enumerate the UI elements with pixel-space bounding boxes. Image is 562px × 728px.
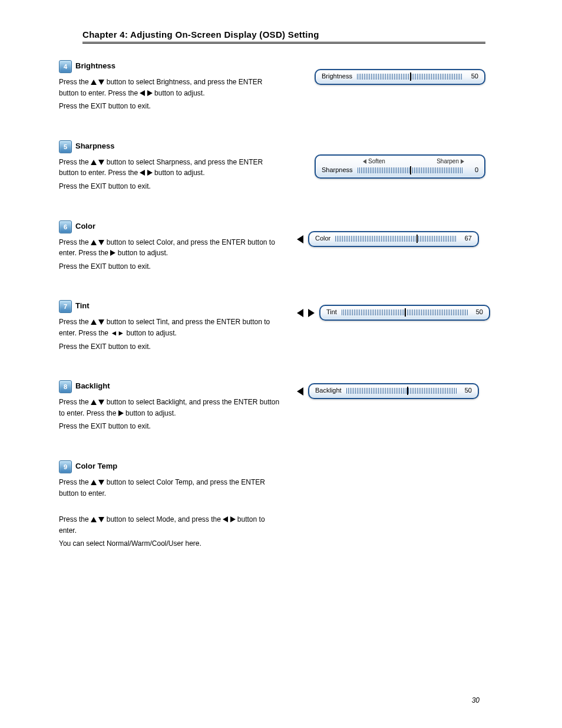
osd-box: Soften Sharpen Sharpness 0 xyxy=(315,154,485,179)
slider-label: Backlight xyxy=(315,387,342,394)
instruction-section: 6ColorPress the button to select Color, … xyxy=(59,220,283,272)
step-number-badge: 9 xyxy=(59,460,72,473)
slider-thumb[interactable] xyxy=(405,308,406,317)
section-body: Press the button to select Sharpness, an… xyxy=(59,157,283,192)
slider-thumb[interactable] xyxy=(407,387,408,395)
osd-box: Brightness 50 xyxy=(315,69,485,85)
nav-left-icon xyxy=(297,387,303,396)
step-number-badge: 6 xyxy=(59,220,72,233)
instruction-section: 7TintPress the button to select Tint, an… xyxy=(59,300,283,352)
slider-label: Color xyxy=(315,235,330,242)
slider-track[interactable] xyxy=(346,388,457,394)
step-number-badge: 5 xyxy=(59,140,72,153)
arrow-up-icon xyxy=(91,80,97,85)
slider-value: 67 xyxy=(461,235,472,242)
slider-row: Brightness 50 xyxy=(322,73,478,80)
slider-value: 50 xyxy=(468,73,478,80)
arrow-right-icon xyxy=(230,516,236,522)
arrow-up-icon xyxy=(91,160,97,165)
slider-value: 50 xyxy=(472,308,483,316)
heading-rule xyxy=(82,42,485,44)
nav-left-icon xyxy=(297,235,303,243)
osd-slider-tint: Tint 50 xyxy=(297,305,490,321)
arrow-up-icon xyxy=(91,517,97,522)
instruction-line: Press the EXIT button to exit. xyxy=(59,421,283,432)
figure-column: Brightness 50 Soften Sharpen Sharpness xyxy=(297,60,485,565)
page: Chapter 4: Adjusting On-Screen Display (… xyxy=(0,0,562,728)
arrow-left-icon xyxy=(140,170,145,176)
section-heading: 7Tint xyxy=(59,300,283,313)
instruction-section: 5SharpnessPress the button to select Sha… xyxy=(59,140,283,192)
osd-box: Tint 50 xyxy=(319,305,490,321)
instruction-line: Press the button to select Tint, and pre… xyxy=(59,317,283,338)
section-heading: 8Backlight xyxy=(59,380,283,393)
slider-hint-right: Sharpen xyxy=(437,158,464,165)
arrow-down-icon xyxy=(98,400,104,405)
instruction-section: 8BacklightPress the button to select Bac… xyxy=(59,380,283,432)
nav-right-icon xyxy=(308,309,315,317)
slider-row: Tint 50 xyxy=(326,308,483,316)
step-number-badge: 7 xyxy=(59,300,72,313)
section-heading: 5Sharpness xyxy=(59,140,283,153)
instruction-line: Press the button to select Color Temp, a… xyxy=(59,477,283,499)
section-title: Color xyxy=(75,222,95,230)
arrow-down-icon xyxy=(98,517,104,522)
slider-label: Tint xyxy=(326,308,337,316)
arrow-up-icon xyxy=(91,240,97,245)
slider-thumb[interactable] xyxy=(416,235,418,243)
arrow-down-icon xyxy=(98,80,104,85)
mini-arrow-right-icon xyxy=(461,159,464,164)
section-title: Brightness xyxy=(75,61,115,70)
instruction-line: Press the EXIT button to exit. xyxy=(59,341,283,353)
osd-slider-sharpness: Soften Sharpen Sharpness 0 xyxy=(297,154,485,179)
arrow-up-icon xyxy=(91,319,97,325)
section-body: Press the button to select Backlight, an… xyxy=(59,397,283,432)
arrow-down-icon xyxy=(98,480,104,485)
section-title: Sharpness xyxy=(75,141,114,150)
mini-arrow-left-icon xyxy=(363,159,366,164)
section-heading: 6Color xyxy=(59,220,283,233)
osd-box: Backlight 50 xyxy=(308,383,479,399)
step-number-badge: 4 xyxy=(59,60,72,73)
osd-slider-color: Color 67 xyxy=(297,231,479,247)
slider-hint-row: Soften Sharpen xyxy=(322,158,478,166)
arrow-right-icon xyxy=(147,90,153,96)
arrow-right-icon xyxy=(118,410,124,416)
slider-thumb[interactable] xyxy=(410,166,411,174)
osd-box: Color 67 xyxy=(308,231,479,247)
slider-track[interactable] xyxy=(357,74,463,80)
instruction-line: Press the button to select Mode, and pre… xyxy=(59,514,283,536)
slider-track[interactable] xyxy=(342,309,468,315)
arrow-up-icon xyxy=(91,400,97,405)
nav-left-icon xyxy=(297,309,303,317)
section-heading: 4Brightness xyxy=(59,60,283,73)
arrow-up-icon xyxy=(91,480,97,485)
section-body: Press the button to select Color Temp, a… xyxy=(59,477,283,499)
section-title: Tint xyxy=(75,301,90,310)
arrow-down-icon xyxy=(98,160,104,165)
slider-thumb[interactable] xyxy=(410,73,411,81)
slider-row: Color 67 xyxy=(315,235,472,242)
instruction-section: 4BrightnessPress the button to select Br… xyxy=(59,60,283,112)
instruction-line: Press the button to select Sharpness, an… xyxy=(59,157,283,179)
instruction-line: Press the button to select Brightness, a… xyxy=(59,77,283,98)
osd-slider-backlight: Backlight 50 xyxy=(297,383,479,399)
instruction-line: Press the button to select Backlight, an… xyxy=(59,397,283,419)
section-body: Press the button to select Mode, and pre… xyxy=(59,514,283,549)
instruction-line: Press the EXIT button to exit. xyxy=(59,181,283,192)
instruction-section: Press the button to select Mode, and pre… xyxy=(59,514,283,549)
chapter-title: Chapter 4: Adjusting On-Screen Display (… xyxy=(82,29,485,39)
arrow-right-icon xyxy=(110,250,115,256)
instruction-line: Press the EXIT button to exit. xyxy=(59,101,283,112)
section-title: Color Temp xyxy=(75,462,117,470)
slider-track[interactable] xyxy=(358,167,463,173)
section-heading: 9Color Temp xyxy=(59,460,283,473)
arrow-left-icon xyxy=(140,90,145,96)
page-number: 30 xyxy=(472,696,480,704)
slider-track[interactable] xyxy=(335,236,457,242)
instruction-column: 4BrightnessPress the button to select Br… xyxy=(59,60,283,565)
section-body: Press the button to select Color, and pr… xyxy=(59,237,283,272)
arrow-right-icon xyxy=(147,170,153,176)
slider-label: Sharpness xyxy=(322,166,353,174)
instruction-line: Press the EXIT button to exit. xyxy=(59,261,283,272)
